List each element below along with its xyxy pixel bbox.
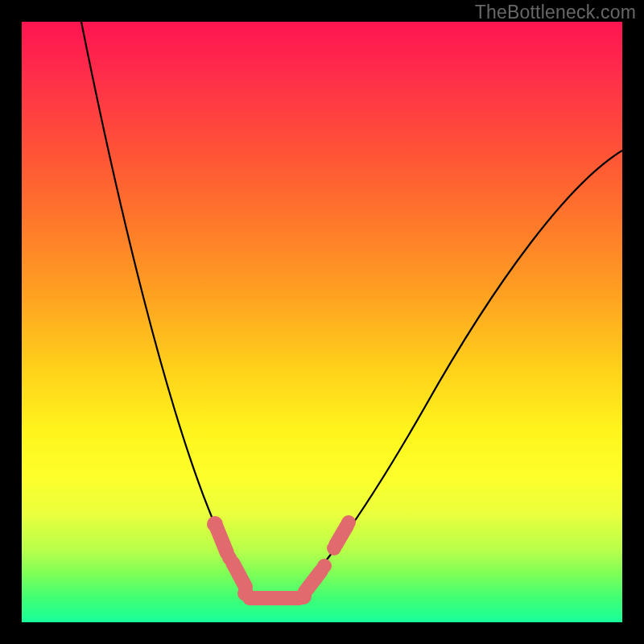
- curve-layer: [22, 22, 622, 622]
- plot-area: [22, 22, 622, 622]
- bump-right-high-dot2: [341, 515, 356, 530]
- chart-frame: TheBottleneck.com: [0, 0, 644, 644]
- bottleneck-curve: [81, 22, 622, 601]
- watermark: TheBottleneck.com: [475, 2, 636, 23]
- bump-right-low-dot: [317, 559, 332, 573]
- bump-trough-left-dot: [237, 585, 254, 601]
- bump-left-mid: [233, 563, 246, 587]
- bump-right-high-dot1: [327, 541, 341, 555]
- bump-left-top-dot: [207, 516, 223, 532]
- bump-right-low: [305, 571, 321, 592]
